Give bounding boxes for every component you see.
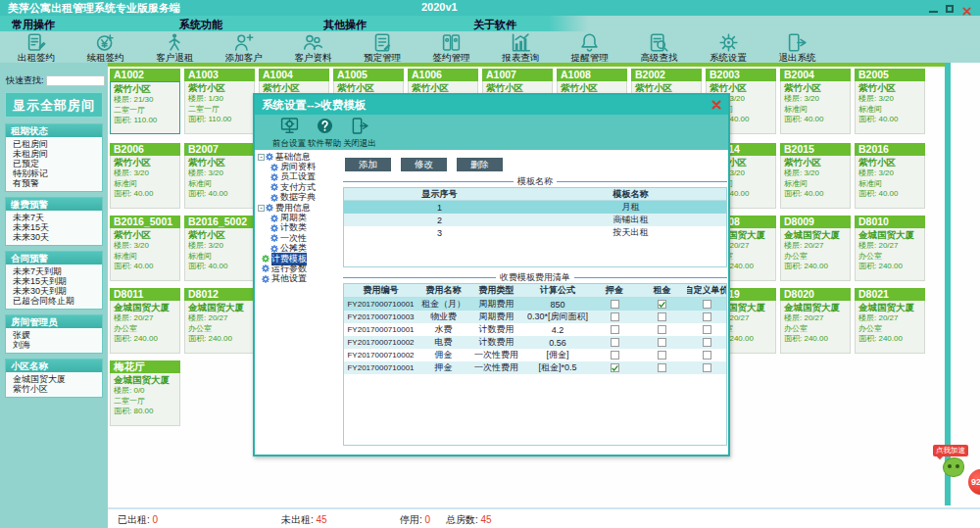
tree-item-12[interactable]: 其他设置 [257, 274, 342, 284]
tree-expander-icon[interactable]: - [258, 205, 265, 212]
dialog-close-exit-button[interactable]: 关闭退出 [341, 117, 378, 150]
delete-button[interactable]: 删除 [457, 158, 503, 171]
room-card-B2007[interactable]: B2007紫竹小区楼层: 3/20标准间面积: 40.00 [184, 143, 255, 209]
room-card-A1002[interactable]: A1002紫竹小区楼层: 21/30二室一厅面积: 110.00 [110, 69, 180, 134]
checkbox-icon[interactable] [611, 351, 619, 360]
exit-button[interactable]: 退出系统 [765, 32, 830, 65]
fee-row[interactable]: FY2017000710001押金一次性费用[租金]*0.5 [344, 361, 726, 374]
room-card-D8020[interactable]: D8020金城国贸大厦楼层: 20/27办公室面积: 240.00 [780, 288, 851, 354]
room-card-B2016_5001[interactable]: B2016_5001紫竹小区楼层: 3/20标准间面积: 40.00 [110, 216, 180, 281]
fee-row[interactable]: FY2017000710003物业费周期费用0.30*[房间面积] [344, 311, 726, 323]
checkbox-icon[interactable] [611, 325, 619, 334]
template-row[interactable]: 1月租 [344, 201, 726, 214]
reminder-button[interactable]: 提醒管理 [558, 32, 622, 65]
sidebar-item[interactable]: 未来30天 [6, 232, 102, 242]
settings-button[interactable]: 系统设置 [696, 32, 760, 65]
fee-row[interactable]: FY2017000710001水费计数费用4.2 [344, 323, 726, 336]
checkbox-icon[interactable] [658, 325, 666, 334]
room-card-B2016_5002[interactable]: B2016_5002紫竹小区楼层: 3/20标准间面积: 40.00 [184, 216, 255, 281]
sidebar-item[interactable]: 张媛 [6, 330, 102, 340]
room-card-D8011[interactable]: D8011金城国贸大厦楼层: 20/27办公室面积: 240.00 [110, 288, 180, 354]
sidebar-item[interactable]: 未来30天到期 [6, 286, 102, 296]
advanced-search-button[interactable]: 高级查找 [626, 32, 691, 65]
sidebar-item[interactable]: 特别标记 [6, 168, 102, 178]
quick-search-input[interactable] [46, 75, 105, 86]
fee-row[interactable]: FY2017000710001租金（月）周期费用850 [344, 298, 726, 311]
modify-button[interactable]: 修改 [401, 158, 447, 171]
room-card-D8012[interactable]: D8012金城国贸大厦楼层: 20/27办公室面积: 240.00 [184, 288, 255, 354]
menu-item-2[interactable]: 其他操作 [323, 18, 367, 32]
checkbox-icon[interactable] [703, 338, 711, 347]
menu-item-3[interactable]: 关于软件 [473, 18, 516, 32]
checkbox-icon[interactable] [658, 351, 666, 360]
sidebar-item[interactable]: 已超合同终止期 [6, 296, 102, 306]
show-all-rooms-button[interactable]: 显示全部房间 [5, 92, 103, 118]
checkbox-icon[interactable] [703, 300, 711, 309]
checkbox-icon[interactable] [611, 312, 619, 321]
fee-row[interactable]: FY2017000710002电费计数费用0.56 [344, 336, 726, 349]
sidebar-item[interactable]: 未来15天 [6, 222, 102, 232]
room-floor: 楼层: 3/20 [784, 94, 847, 105]
template-row[interactable]: 3按天出租 [344, 226, 726, 239]
room-card-B2015[interactable]: B2015紫竹小区楼层: 3/20标准间面积: 40.00 [780, 143, 851, 209]
checkbox-icon[interactable] [703, 351, 711, 360]
menu-item-1[interactable]: 系统功能 [179, 18, 222, 32]
mascot-widget[interactable]: 点我加速 92 [923, 443, 980, 505]
checkbox-checked-icon[interactable] [658, 300, 666, 309]
lease-sign-button[interactable]: 出租签约 [4, 32, 69, 65]
checkbox-icon[interactable] [611, 338, 619, 347]
sidebar-item[interactable]: 未来15天到期 [6, 276, 102, 286]
gear-icon [270, 224, 278, 232]
customer-info-button[interactable]: 客户资料 [280, 32, 345, 65]
template-row[interactable]: 2商铺出租 [344, 214, 726, 226]
window-controls [929, 3, 972, 14]
add-customer-button[interactable]: 添加客户 [212, 32, 276, 65]
minimize-icon[interactable] [929, 11, 938, 13]
room-card-B2016[interactable]: B2016紫竹小区楼层: 3/20标准间面积: 40.00 [855, 143, 925, 209]
checkbox-icon[interactable] [611, 300, 619, 309]
room-card-B2005[interactable]: B2005紫竹小区楼层: 3/20标准间面积: 40.00 [855, 69, 925, 134]
room-card-B2004[interactable]: B2004紫竹小区楼层: 3/20标准间面积: 40.00 [780, 69, 851, 134]
fee-row[interactable]: FY2017000710002佣金一次性费用[佣金] [344, 349, 726, 361]
tree-expander-icon[interactable]: - [258, 154, 265, 161]
sidebar-item[interactable]: 未来7天到期 [6, 266, 102, 276]
room-floor: 楼层: 3/20 [858, 94, 921, 105]
sidebar-item[interactable]: 有预警 [6, 178, 102, 188]
checkbox-icon[interactable] [703, 363, 711, 372]
close-icon[interactable] [961, 3, 972, 14]
checkbox-checked-icon[interactable] [611, 363, 619, 372]
room-card-D8009[interactable]: D8009金城国贸大厦楼层: 20/27办公室面积: 240.00 [780, 216, 851, 281]
checkbox-icon[interactable] [703, 325, 711, 334]
sidebar-item[interactable]: 未租房间 [6, 149, 102, 159]
checkout-button[interactable]: 客户退租 [142, 32, 207, 65]
status-item-3: 总房数: 45 [446, 513, 492, 527]
room-card-梅花厅[interactable]: 梅花厅金城国贸大厦楼层: 0/0二室一厅面积: 80.00 [110, 360, 180, 426]
checkbox-icon[interactable] [703, 312, 711, 321]
sidebar-item[interactable]: 紫竹小区 [6, 384, 102, 394]
mascot-badge[interactable]: 92 [966, 467, 980, 497]
mascot-icon[interactable] [943, 457, 964, 477]
dialog-close-icon[interactable] [710, 99, 722, 111]
dialog-frontend-settings-button[interactable]: 前台设置 [270, 117, 308, 150]
room-card-B2006[interactable]: B2006紫竹小区楼层: 3/20标准间面积: 40.00 [110, 143, 180, 209]
sidebar-item[interactable]: 刘海 [6, 340, 102, 350]
report-button[interactable]: 报表查询 [488, 32, 553, 65]
sidebar-item[interactable]: 金城国贸大厦 [6, 374, 102, 384]
checkbox-icon[interactable] [658, 338, 666, 347]
add-button[interactable]: 添加 [345, 158, 391, 171]
contract-button[interactable]: 签约管理 [419, 32, 484, 65]
dialog-help-button[interactable]: 软件帮助 [306, 117, 343, 150]
room-card-D8021[interactable]: D8021金城国贸大厦楼层: 20/27办公室面积: 240.00 [855, 288, 925, 354]
maximize-icon[interactable] [946, 5, 954, 13]
sidebar-item[interactable]: 已预定 [6, 159, 102, 168]
menu-item-0[interactable]: 常用操作 [12, 18, 55, 32]
checkbox-icon[interactable] [658, 363, 666, 372]
checkbox-icon[interactable] [658, 312, 666, 321]
renew-sign-button[interactable]: 续租签约 [74, 32, 138, 65]
booking-button[interactable]: 预定管理 [350, 32, 415, 65]
room-card-A1003[interactable]: A1003紫竹小区楼层: 1/30二室一厅面积: 110.00 [184, 69, 255, 134]
room-card-D8010[interactable]: D8010金城国贸大厦楼层: 20/27办公室面积: 240.00 [855, 216, 925, 281]
grid-scrollbar[interactable] [945, 63, 951, 505]
sidebar-item[interactable]: 未来7天 [6, 213, 102, 222]
sidebar-item[interactable]: 已租房间 [6, 139, 102, 149]
